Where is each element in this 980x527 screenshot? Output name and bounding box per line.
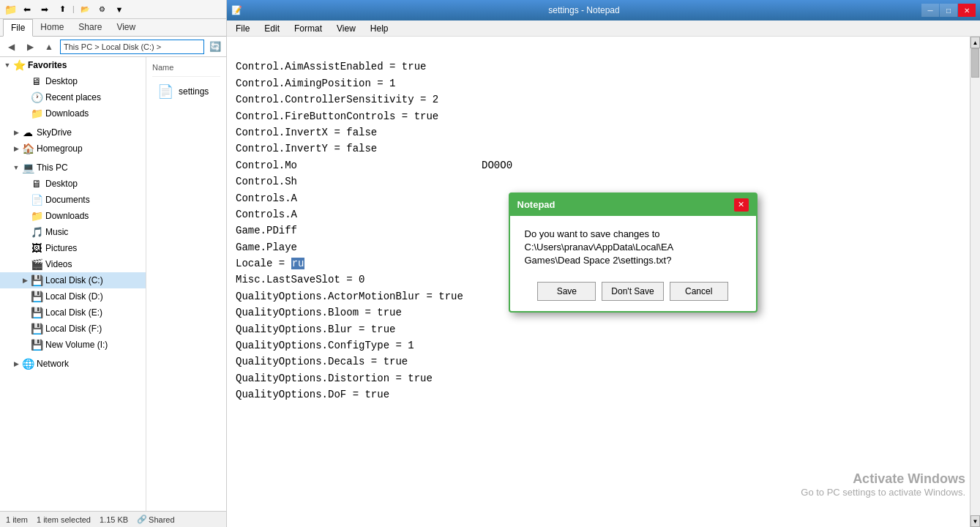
dialog-message-line2: C:\Users\pranav\AppData\Local\EA (525, 242, 674, 253)
downloads-fav-icon: 📁 (31, 108, 42, 119)
new-volume-icon: 💾 (31, 339, 42, 351)
notepad-window-area: 📝 settings - Notepad ─ □ ✕ File Edit For… (227, 0, 980, 527)
this-pc-label: This PC (37, 162, 68, 173)
tab-home[interactable]: Home (33, 19, 71, 36)
recent-label: Recent places (45, 92, 101, 102)
skydrive-label: SkyDrive (37, 127, 72, 138)
save-dialog: Notepad ✕ Do you want to save changes to… (509, 193, 758, 313)
tree-downloads-favorites[interactable]: 📁 Downloads (0, 105, 146, 122)
local-disk-d-icon: 💾 (31, 291, 42, 302)
tree-skydrive[interactable]: ▶ ☁ SkyDrive (0, 124, 146, 141)
tree-documents[interactable]: 📄 Documents (0, 192, 146, 208)
state-label: 🔗 Shared (137, 515, 174, 524)
path-this-pc[interactable]: This PC > Local Disk (C:) > (64, 42, 161, 51)
menu-help[interactable]: Help (364, 22, 394, 35)
nav-forward-btn[interactable]: ▶ (22, 39, 38, 55)
tree-local-disk-c[interactable]: ▶ 💾 Local Disk (C:) (0, 272, 146, 288)
tree-local-disk-f[interactable]: 💾 Local Disk (F:) (0, 321, 146, 337)
dialog-title-text: Notepad (517, 199, 556, 210)
dialog-message-line3: Games\Dead Space 2\settings.txt? (525, 255, 672, 266)
file-item-settings[interactable]: 📄 settings (152, 80, 220, 103)
tree-new-volume-i[interactable]: 💾 New Volume (I:) (0, 337, 146, 353)
tab-view[interactable]: View (109, 19, 143, 36)
toolbar-back-btn[interactable]: ⬅ (20, 3, 34, 16)
dialog-body: Do you want to save changes to C:\Users\… (510, 216, 756, 277)
downloads-fav-label: Downloads (45, 108, 89, 119)
file-settings-icon: 📄 (157, 83, 174, 100)
desktop-icon: 🖥 (31, 75, 42, 87)
toolbar-forward-btn[interactable]: ➡ (37, 3, 52, 16)
recent-icon: 🕐 (31, 91, 42, 103)
file-settings-name: settings (179, 86, 209, 97)
tree-this-pc[interactable]: ▼ 💻 This PC (0, 160, 146, 176)
notepad-menu-bar: File Edit Format View Help (227, 20, 980, 37)
nav-up-btn[interactable]: ▲ (41, 39, 57, 55)
explorer-status-bar: 1 item 1 item selected 1.15 KB 🔗 Shared (0, 511, 226, 527)
toolbar-new-folder-btn[interactable]: 📂 (78, 3, 92, 16)
pictures-icon: 🖼 (31, 242, 42, 254)
music-icon: 🎵 (31, 226, 42, 238)
favorites-expander[interactable]: ▼ (3, 61, 12, 70)
selected-count: 1 item selected (37, 515, 91, 524)
tree-homegroup[interactable]: ▶ 🏠 Homegroup (0, 141, 146, 157)
tree-downloads-thispc[interactable]: 📁 Downloads (0, 208, 146, 224)
favorites-label: Favorites (28, 60, 67, 70)
tree-recent-places[interactable]: 🕐 Recent places (0, 89, 146, 105)
scroll-up-btn[interactable]: ▲ (970, 37, 980, 48)
tree-music[interactable]: 🎵 Music (0, 224, 146, 240)
menu-view[interactable]: View (331, 22, 362, 35)
network-label: Network (37, 359, 69, 369)
notepad-maximize-btn[interactable]: □ (940, 4, 957, 17)
dont-save-button[interactable]: Don't Save (602, 282, 663, 301)
menu-edit[interactable]: Edit (258, 22, 285, 35)
toolbar-customize-btn[interactable]: ▼ (113, 5, 127, 14)
address-bar: ◀ ▶ ▲ This PC > Local Disk (C:) > 🔄 (0, 37, 226, 57)
tab-file[interactable]: File (3, 19, 33, 37)
this-pc-icon: 💻 (22, 162, 34, 173)
tree-network[interactable]: ▶ 🌐 Network (0, 356, 146, 372)
address-path-display[interactable]: This PC > Local Disk (C:) > (60, 40, 204, 54)
tree-local-disk-d[interactable]: 💾 Local Disk (D:) (0, 288, 146, 304)
notepad-close-btn[interactable]: ✕ (958, 4, 976, 17)
tree-videos[interactable]: 🎬 Videos (0, 256, 146, 272)
downloads-icon: 📁 (31, 210, 42, 222)
notepad-title-bar: 📝 settings - Notepad ─ □ ✕ (227, 0, 980, 20)
tree-desktop-thispc[interactable]: 🖥 Desktop (0, 176, 146, 192)
menu-format[interactable]: Format (288, 22, 328, 35)
explorer-tree: ▼ ⭐ Favorites 🖥 Desktop 🕐 Recent places (0, 57, 146, 511)
dialog-message-line1: Do you want to save changes to (525, 228, 660, 239)
toolbar-up-btn[interactable]: ⬆ (55, 3, 70, 16)
local-disk-c-icon: 💾 (31, 274, 42, 286)
nav-back-btn[interactable]: ◀ (3, 39, 19, 55)
address-refresh-btn[interactable]: 🔄 (207, 39, 223, 55)
notepad-minimize-btn[interactable]: ─ (921, 4, 939, 17)
tab-share[interactable]: Share (71, 19, 109, 36)
file-size: 1.15 KB (100, 515, 128, 524)
local-disk-e-icon: 💾 (31, 307, 42, 318)
menu-file[interactable]: File (230, 22, 255, 35)
documents-icon: 📄 (31, 194, 42, 206)
desktop-label: Desktop (45, 76, 78, 86)
file-list-area: Name 📄 settings (146, 57, 226, 511)
notepad-window-controls: ─ □ ✕ (921, 4, 976, 17)
tree-pictures[interactable]: 🖼 Pictures (0, 240, 146, 256)
homegroup-icon: 🏠 (22, 143, 34, 154)
file-list-column-header: Name (152, 63, 220, 77)
homegroup-label: Homegroup (37, 143, 83, 154)
toolbar-properties-btn[interactable]: ⚙ (95, 3, 110, 16)
item-count: 1 item (6, 515, 28, 524)
notepad-scrollbar[interactable]: ▲ ▼ (970, 37, 980, 527)
save-button[interactable]: Save (537, 282, 596, 301)
videos-icon: 🎬 (31, 258, 42, 270)
tree-local-disk-e[interactable]: 💾 Local Disk (E:) (0, 304, 146, 321)
dialog-close-btn[interactable]: ✕ (734, 198, 749, 212)
scroll-down-btn[interactable]: ▼ (970, 515, 980, 527)
explorer-icon: 📁 (4, 4, 17, 15)
scroll-thumb[interactable] (971, 48, 979, 78)
cancel-button[interactable]: Cancel (670, 282, 728, 301)
tree-desktop[interactable]: 🖥 Desktop (0, 73, 146, 89)
ribbon-tabs: File Home Share View (0, 19, 226, 37)
notepad-title-text: settings - Notepad (548, 5, 619, 15)
favorites-section[interactable]: ▼ ⭐ Favorites (0, 57, 146, 73)
dialog-title-bar: Notepad ✕ (510, 194, 756, 216)
